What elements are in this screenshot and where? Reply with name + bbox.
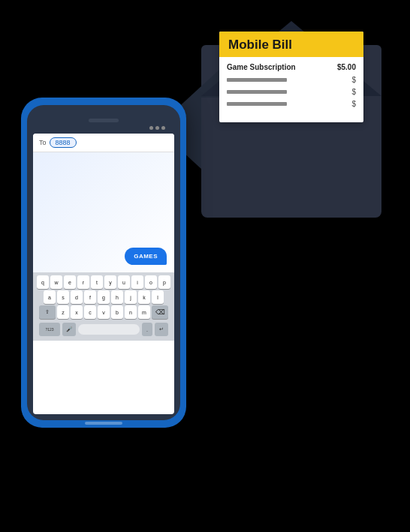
bill-row-2-value: $ — [351, 76, 356, 84]
key-i[interactable]: i — [131, 275, 143, 289]
sms-to-label: To — [39, 139, 47, 146]
key-n[interactable]: n — [125, 305, 137, 319]
key-l[interactable]: l — [152, 290, 164, 304]
key-o[interactable]: o — [145, 275, 157, 289]
sms-messages: GAMES — [33, 152, 174, 272]
bill-line — [227, 90, 287, 94]
key-v[interactable]: v — [98, 305, 110, 319]
bill-lines-2 — [227, 78, 345, 82]
key-numbers[interactable]: ?123 — [39, 323, 60, 336]
bill-row-4-value: $ — [351, 100, 356, 108]
scene: Mobile Bill Game Subscription $5.00 $ $ — [0, 0, 410, 532]
bill-line — [227, 102, 287, 106]
bill-lines-4 — [227, 102, 345, 106]
key-b[interactable]: b — [111, 305, 123, 319]
key-q[interactable]: q — [37, 275, 49, 289]
bill-row-1-value: $5.00 — [337, 63, 356, 71]
status-dot-2 — [155, 126, 159, 130]
bill-header: Mobile Bill — [219, 32, 363, 57]
key-k[interactable]: k — [138, 290, 150, 304]
key-backspace[interactable]: ⌫ — [152, 305, 168, 319]
status-dot-1 — [149, 126, 153, 130]
bill-row-3: $ — [227, 88, 356, 96]
key-shift[interactable]: ⇧ — [39, 305, 56, 319]
sms-to-number[interactable]: 8888 — [50, 137, 77, 148]
key-a[interactable]: a — [44, 290, 56, 304]
bill-lines-3 — [227, 90, 345, 94]
key-e[interactable]: e — [64, 275, 76, 289]
key-row-2: a s d f g h j k l — [35, 290, 172, 304]
bill-line — [227, 78, 287, 82]
key-return[interactable]: ↵ — [155, 323, 168, 336]
key-mic[interactable]: 🎤 — [62, 323, 76, 336]
key-c[interactable]: c — [84, 305, 96, 319]
phone-speaker — [89, 119, 119, 122]
key-space[interactable] — [78, 324, 140, 335]
key-dot[interactable]: . — [142, 323, 152, 336]
key-g[interactable]: g — [98, 290, 110, 304]
phone: To 8888 GAMES q w e r t y — [21, 98, 186, 428]
keyboard[interactable]: q w e r t y u i o p a s — [33, 272, 174, 341]
bill-row-2: $ — [227, 76, 356, 84]
key-h[interactable]: h — [111, 290, 123, 304]
sms-bubble: GAMES — [125, 248, 167, 265]
status-dot-3 — [161, 126, 165, 130]
key-u[interactable]: u — [118, 275, 130, 289]
bill: Mobile Bill Game Subscription $5.00 $ $ — [219, 32, 363, 122]
phone-screen: To 8888 GAMES q w e r t y — [33, 134, 174, 414]
keyboard-bottom-bar: ?123 🎤 . ↵ — [35, 320, 172, 338]
sms-to-bar: To 8888 — [33, 134, 174, 152]
key-x[interactable]: x — [71, 305, 83, 319]
bill-row-1: Game Subscription $5.00 — [227, 63, 356, 71]
key-t[interactable]: t — [91, 275, 103, 289]
phone-inner: To 8888 GAMES q w e r t y — [27, 105, 180, 420]
phone-status-bar — [149, 126, 165, 130]
bill-row-1-label: Game Subscription — [227, 63, 296, 71]
bill-body: Game Subscription $5.00 $ $ — [219, 57, 363, 122]
key-f[interactable]: f — [84, 290, 96, 304]
key-w[interactable]: w — [50, 275, 62, 289]
key-y[interactable]: y — [104, 275, 116, 289]
bill-title: Mobile Bill — [228, 38, 292, 52]
key-row-1: q w e r t y u i o p — [35, 275, 172, 289]
key-s[interactable]: s — [57, 290, 69, 304]
key-j[interactable]: j — [125, 290, 137, 304]
bill-row-4: $ — [227, 100, 356, 108]
phone-home-bar — [85, 422, 122, 425]
bill-row-3-value: $ — [351, 88, 356, 96]
key-r[interactable]: r — [77, 275, 89, 289]
key-row-3: ⇧ z x c v b n m ⌫ — [35, 305, 172, 319]
key-d[interactable]: d — [71, 290, 83, 304]
key-p[interactable]: p — [158, 275, 170, 289]
key-m[interactable]: m — [138, 305, 150, 319]
key-z[interactable]: z — [57, 305, 69, 319]
